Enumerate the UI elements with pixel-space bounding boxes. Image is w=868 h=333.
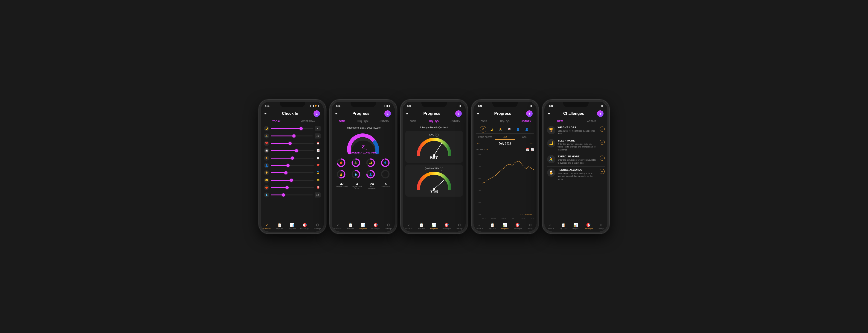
- tab-lhq-2[interactable]: LHQ / QOL: [353, 118, 374, 124]
- battery-icon-2: ▓: [389, 105, 390, 107]
- reduce-alcohol-add-button[interactable]: +: [599, 169, 605, 174]
- avatar-2[interactable]: Z: [384, 110, 391, 117]
- next-month-arrow[interactable]: →: [529, 141, 533, 146]
- icon-tab-person2[interactable]: 👤: [524, 126, 530, 133]
- mood-slider[interactable]: [271, 180, 314, 181]
- checkin-row-sleep: 🌙 8: [264, 126, 321, 131]
- nav-challenges-2[interactable]: 🎯 Challenges: [369, 223, 382, 230]
- tab-history-4[interactable]: HISTORY: [515, 118, 536, 124]
- trend-chart-icon[interactable]: 📈: [531, 148, 534, 151]
- range-12m[interactable]: 12M: [484, 148, 489, 151]
- icon-tab-sleep[interactable]: 🌙: [489, 126, 495, 133]
- nav-progress-3[interactable]: 📊 Progress: [428, 223, 440, 230]
- tab-lhq-3[interactable]: LHQ / QOL: [424, 118, 444, 124]
- sleep-more-add-button[interactable]: +: [599, 140, 605, 145]
- icon-tab-stats[interactable]: 📊: [506, 126, 513, 133]
- nav-myplan-4[interactable]: 📋 My Plan: [486, 223, 499, 230]
- social-slider[interactable]: [271, 165, 314, 166]
- nav-set-icon-2: ⚙: [387, 223, 390, 227]
- svg-point-46: [513, 165, 513, 165]
- bottom-nav-2: ✓ Check In 📋 My Plan 📊 Progress 🎯 Challe…: [332, 222, 395, 231]
- y-label-300: 300: [476, 213, 481, 215]
- nav-challenges-1[interactable]: 🎯 Challenges: [299, 223, 311, 230]
- stats-icon: 📊: [264, 148, 269, 153]
- nav-challenges-4[interactable]: 🎯 Challenges: [511, 223, 524, 230]
- avatar-1[interactable]: Z: [313, 110, 320, 117]
- qol-help-icon[interactable]: ?: [440, 167, 443, 170]
- reduce-alcohol-title: REDUCE ALCOHOL: [558, 168, 597, 171]
- icon-tab-bike[interactable]: 🚴: [497, 126, 504, 133]
- avatar-5[interactable]: Z: [597, 110, 603, 117]
- nav-progress-2[interactable]: 📊 Progress: [357, 223, 369, 230]
- nav-myplan-1[interactable]: 📋 My Plan: [273, 223, 286, 230]
- nav-myplan-2[interactable]: 📋 My Plan: [344, 223, 357, 230]
- nav-myplan-5[interactable]: 📋 My Plan: [557, 223, 569, 230]
- menu-icon-3[interactable]: ≡: [406, 112, 408, 116]
- nav-myplan-3[interactable]: 📋 My Plan: [415, 223, 428, 230]
- nav-progress-4[interactable]: 📊 Progress: [499, 223, 511, 230]
- lhq-help-icon[interactable]: ?: [435, 133, 439, 137]
- menu-icon-2[interactable]: ≡: [335, 112, 337, 116]
- tab-today[interactable]: TODAY: [261, 118, 292, 124]
- reduce-alcohol-icon-wrap: 🍺: [547, 168, 555, 177]
- tab-zone-4[interactable]: ZONE: [473, 118, 494, 124]
- exercise-more-add-button[interactable]: +: [599, 156, 605, 161]
- nav-checkin-5[interactable]: ✓ Check In: [545, 223, 557, 230]
- avatar-3[interactable]: Z: [455, 110, 462, 117]
- tab-yesterday[interactable]: YESTERDAY: [292, 118, 324, 124]
- avatar-4[interactable]: Z: [526, 110, 533, 117]
- mindfulness-slider[interactable]: [271, 158, 314, 159]
- screen-4: 9:41 ▓ ≡ Progress Z ZONE LHQ / QOL HISTO…: [473, 102, 536, 231]
- range-3m[interactable]: 3M: [480, 148, 483, 151]
- exercise-slider[interactable]: [271, 136, 313, 136]
- range-1m[interactable]: 1M: [476, 148, 479, 151]
- nav-settings-2[interactable]: ⚙ Settings: [382, 223, 395, 230]
- nav-checkin-1[interactable]: ✓ Check In: [261, 223, 274, 230]
- nav-settings-1[interactable]: ⚙ Settings: [311, 223, 324, 230]
- nav-checkin-2[interactable]: ✓ Check In: [332, 223, 344, 230]
- tab-active-5[interactable]: ACTIVE: [576, 118, 608, 124]
- mini-ring-nutrition: 🍎: [335, 158, 348, 168]
- menu-icon-4[interactable]: ≡: [477, 112, 479, 116]
- heart-slider[interactable]: [271, 143, 314, 144]
- sub-tab-qol[interactable]: QOL: [515, 135, 534, 140]
- menu-icon-5[interactable]: ≡: [548, 112, 550, 116]
- status-icons-2: ▐▐▐ ▓: [384, 105, 390, 107]
- weight-loss-icon: 🏆: [549, 128, 554, 132]
- nutrition-slider[interactable]: [271, 187, 314, 188]
- sleep-slider[interactable]: [271, 128, 313, 129]
- sub-tab-lhq[interactable]: LHQ: [495, 135, 515, 140]
- nav-settings-5[interactable]: ⚙ Settings: [595, 223, 608, 230]
- trophy-slider[interactable]: [271, 172, 314, 173]
- nav-settings-4[interactable]: ⚙ Settings: [524, 223, 536, 230]
- calendar-icon[interactable]: 📅: [526, 148, 529, 151]
- icon-tab-person1[interactable]: 👤: [515, 126, 521, 133]
- weight-loss-add-button[interactable]: +: [599, 127, 605, 132]
- tab-lhq-4[interactable]: LHQ / QOL: [494, 118, 515, 124]
- header-title-5: Challenges: [563, 111, 584, 116]
- nav-challenges-5[interactable]: 🎯 Challenges: [582, 223, 595, 230]
- nav-ch-icon-4: 🎯: [515, 223, 520, 227]
- nav-challenges-3[interactable]: 🎯 Challenges: [440, 223, 453, 230]
- prev-month-arrow[interactable]: ←: [477, 141, 480, 146]
- exercise-more-text: EXERCISE MORE Enter the minutes per week…: [558, 155, 597, 164]
- tab-new-5[interactable]: NEW: [545, 118, 576, 124]
- nav-settings-3[interactable]: ⚙ Settings: [453, 223, 466, 230]
- nav-progress-1[interactable]: 📊 Progress: [286, 223, 299, 230]
- menu-icon-1[interactable]: ≡: [265, 112, 267, 116]
- tab-zone-2[interactable]: ZONE: [332, 118, 353, 124]
- power-label: Zone Power: [381, 186, 390, 188]
- sub-tab-zone-power[interactable]: ZONE POWER: [476, 135, 495, 140]
- tab-history-2[interactable]: HISTORY: [374, 118, 395, 124]
- nav-progress-5[interactable]: 📊 Progress: [569, 223, 582, 230]
- tab-history-3[interactable]: HISTORY: [444, 118, 465, 124]
- nav-checkin-3[interactable]: ✓ Check In: [403, 223, 415, 230]
- tab-zone-3[interactable]: ZONE: [403, 118, 424, 124]
- checkin-row-exercise: 🚴 45: [264, 133, 321, 139]
- nav-settings-label-1: Settings: [314, 228, 321, 230]
- stats-slider[interactable]: [271, 150, 314, 151]
- icon-tab-z[interactable]: Z: [480, 126, 486, 133]
- nav-checkin-4[interactable]: ✓ Check In: [473, 223, 486, 230]
- sleep-more-title: SLEEP MORE: [558, 139, 597, 142]
- water-slider[interactable]: [271, 194, 313, 195]
